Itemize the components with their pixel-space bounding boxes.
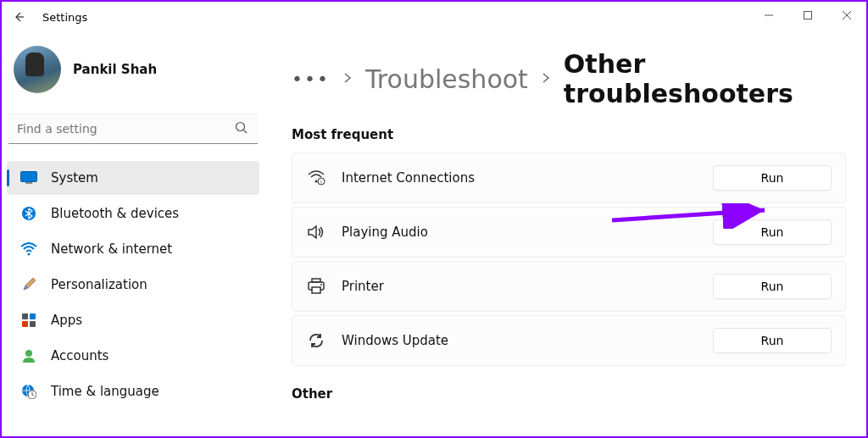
sidebar: Pankil Shah System Bluetooth & devices N… — [2, 32, 264, 436]
svg-rect-12 — [22, 321, 28, 327]
sidebar-item-system[interactable]: System — [7, 161, 259, 195]
svg-point-9 — [28, 253, 31, 256]
svg-rect-7 — [25, 182, 32, 184]
avatar — [14, 46, 61, 93]
svg-rect-13 — [30, 321, 36, 327]
sidebar-item-bluetooth[interactable]: Bluetooth & devices — [7, 197, 259, 230]
section-title-other: Other — [292, 386, 846, 402]
sidebar-item-label: Bluetooth & devices — [51, 206, 179, 221]
sidebar-item-label: Time & language — [51, 384, 159, 399]
profile[interactable]: Pankil Shah — [2, 39, 264, 114]
search-icon — [234, 120, 249, 139]
sync-icon — [306, 332, 326, 349]
svg-rect-25 — [312, 287, 320, 293]
sidebar-item-time[interactable]: Time & language — [7, 374, 259, 408]
sidebar-item-label: Network & internet — [51, 241, 172, 257]
system-icon — [20, 169, 37, 186]
run-button[interactable]: Run — [713, 219, 832, 245]
run-button[interactable]: Run — [713, 165, 832, 191]
svg-point-14 — [25, 350, 32, 357]
svg-rect-6 — [21, 172, 37, 182]
printer-icon — [306, 278, 326, 295]
run-button[interactable]: Run — [713, 274, 832, 299]
svg-point-26 — [320, 284, 322, 286]
run-button[interactable]: Run — [713, 328, 832, 353]
search-input[interactable] — [8, 114, 258, 144]
sidebar-item-personalization[interactable]: Personalization — [7, 268, 259, 302]
chevron-right-icon — [343, 71, 352, 87]
section-title-most-frequent: Most frequent — [292, 127, 846, 142]
svg-line-5 — [244, 130, 248, 134]
globe-clock-icon — [20, 383, 37, 400]
sidebar-item-label: System — [51, 170, 98, 186]
sidebar-item-network[interactable]: Network & internet — [7, 232, 259, 266]
svg-rect-11 — [30, 313, 36, 319]
troubleshooter-printer: Printer Run — [292, 261, 846, 312]
svg-rect-1 — [804, 12, 812, 19]
svg-text:!: ! — [320, 179, 322, 185]
maximize-button[interactable] — [788, 2, 827, 29]
breadcrumb-ellipsis[interactable]: ••• — [292, 69, 330, 90]
main-content: ••• Troubleshoot Other troubleshooters M… — [264, 32, 866, 436]
minimize-button[interactable] — [749, 2, 788, 29]
troubleshooter-audio: Playing Audio Run — [292, 207, 846, 258]
profile-name: Pankil Shah — [73, 62, 157, 77]
back-button[interactable] — [10, 8, 27, 25]
troubleshooter-internet: ! Internet Connections Run — [292, 152, 846, 203]
wifi-warning-icon: ! — [306, 170, 326, 186]
sidebar-item-label: Personalization — [51, 277, 147, 292]
troubleshooter-windows-update: Windows Update Run — [292, 315, 846, 366]
troubleshooter-label: Internet Connections — [342, 170, 698, 186]
sidebar-item-label: Accounts — [51, 348, 108, 363]
speaker-icon — [306, 225, 326, 240]
svg-point-20 — [315, 180, 318, 183]
troubleshooter-label: Playing Audio — [342, 225, 698, 240]
chevron-right-icon — [542, 71, 550, 87]
svg-rect-10 — [22, 313, 28, 319]
close-button[interactable] — [827, 2, 866, 29]
bluetooth-icon — [20, 205, 37, 222]
svg-point-4 — [236, 123, 245, 131]
troubleshooter-label: Windows Update — [342, 333, 698, 348]
brush-icon — [20, 276, 37, 293]
breadcrumb: ••• Troubleshoot Other troubleshooters — [292, 49, 846, 108]
apps-icon — [20, 312, 37, 329]
sidebar-item-label: Apps — [51, 313, 82, 328]
sidebar-item-accounts[interactable]: Accounts — [7, 339, 259, 373]
breadcrumb-current: Other troubleshooters — [564, 49, 846, 108]
sidebar-item-apps[interactable]: Apps — [7, 303, 259, 337]
wifi-icon — [20, 241, 37, 258]
window-title: Settings — [42, 11, 87, 24]
breadcrumb-link-troubleshoot[interactable]: Troubleshoot — [365, 64, 528, 94]
search-box[interactable] — [8, 114, 258, 144]
person-icon — [20, 347, 37, 364]
troubleshooter-label: Printer — [342, 279, 698, 294]
